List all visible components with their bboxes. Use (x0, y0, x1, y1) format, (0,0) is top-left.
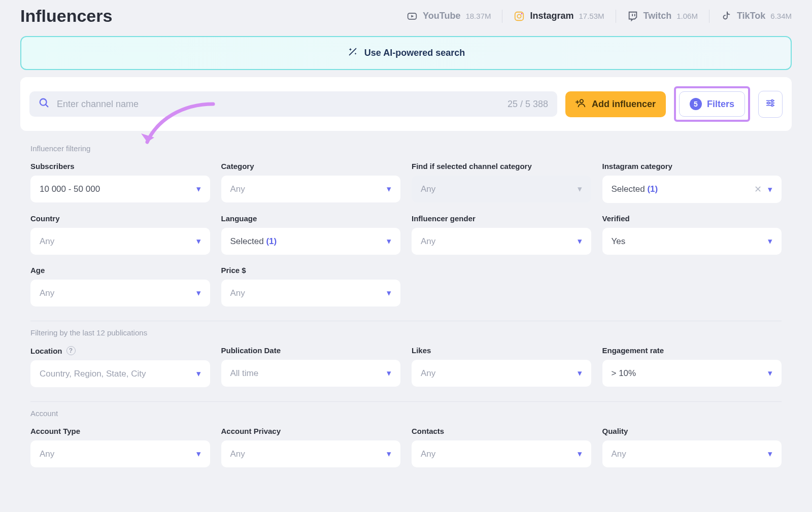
select-instagram-category[interactable]: Selected (1) ✕ ▾ (602, 176, 782, 203)
select-find-category: Any ▾ (412, 176, 591, 202)
filter-instagram-category: Instagram category Selected (1) ✕ ▾ (602, 162, 782, 203)
filter-category: Category Any ▾ (221, 162, 401, 203)
chevron-down-icon: ▾ (387, 449, 391, 459)
chevron-down-icon: ▾ (768, 184, 772, 195)
twitch-icon (627, 11, 638, 22)
svg-rect-5 (634, 14, 635, 16)
platform-count: 18.37M (465, 12, 491, 20)
field-label: Contacts (412, 427, 591, 435)
field-label: Account Type (30, 427, 210, 435)
top-bar: Influencers YouTube 18.37M Instagram 17.… (20, 0, 792, 36)
svg-point-2 (518, 14, 521, 18)
ai-search-banner[interactable]: Use AI-powered search (20, 36, 792, 70)
chevron-down-icon: ▾ (768, 449, 772, 459)
select-value: All time (230, 368, 259, 379)
platform-tab-tiktok[interactable]: TikTok 6.34M (709, 10, 792, 23)
platform-tab-twitch[interactable]: Twitch 1.06M (616, 10, 709, 23)
select-engagement[interactable]: > 10% ▾ (602, 360, 782, 387)
select-location[interactable]: Country, Region, State, City ▾ (30, 360, 210, 387)
select-verified[interactable]: Yes ▾ (602, 228, 782, 255)
svg-point-9 (768, 102, 770, 104)
select-quality[interactable]: Any ▾ (602, 440, 782, 467)
clear-icon[interactable]: ✕ (754, 184, 762, 195)
add-influencer-button[interactable]: Add influencer (565, 91, 666, 117)
select-price[interactable]: Any ▾ (221, 280, 401, 306)
platform-count: 6.34M (770, 12, 792, 20)
platform-name: YouTube (423, 11, 460, 21)
select-value: Selected (1) (230, 236, 277, 247)
select-value: Any (421, 449, 435, 459)
filters-count-badge: 5 (690, 98, 702, 110)
svg-point-8 (771, 99, 773, 101)
select-category[interactable]: Any ▾ (221, 176, 401, 202)
platform-tab-youtube[interactable]: YouTube 18.37M (395, 10, 502, 23)
filter-likes: Likes Any ▾ (412, 346, 591, 387)
ai-banner-text: Use AI-powered search (364, 48, 465, 58)
field-label: Subscribers (30, 162, 210, 170)
section-label-publications: Filtering by the last 12 publications (20, 324, 792, 346)
select-value: Selected (1) (612, 184, 658, 194)
field-label: Verified (602, 214, 782, 223)
chevron-down-icon: ▾ (387, 236, 391, 247)
filter-account-privacy: Account Privacy Any ▾ (221, 427, 401, 467)
platform-name: Instagram (530, 11, 573, 21)
chevron-down-icon: ▾ (196, 449, 201, 459)
platform-tab-instagram[interactable]: Instagram 17.53M (502, 10, 616, 23)
select-country[interactable]: Any ▾ (30, 228, 210, 255)
chevron-down-icon: ▾ (578, 368, 582, 379)
select-value: > 10% (612, 368, 636, 379)
filter-grid-publications: Location ? Country, Region, State, City … (20, 346, 792, 401)
select-value: Yes (612, 236, 626, 247)
select-gender[interactable]: Any ▾ (412, 228, 591, 255)
help-icon[interactable]: ? (66, 346, 76, 355)
svg-rect-4 (632, 14, 633, 16)
chevron-down-icon: ▾ (387, 184, 391, 194)
svg-point-3 (521, 13, 522, 14)
field-label: Location ? (30, 346, 210, 355)
instagram-icon (514, 11, 525, 22)
filter-contacts: Contacts Any ▾ (412, 427, 591, 467)
select-value: Any (230, 449, 245, 459)
filter-gender: Influencer gender Any ▾ (412, 214, 591, 255)
section-label-account: Account (20, 405, 792, 427)
sliders-icon (765, 97, 776, 111)
field-label: Engagement rate (602, 346, 782, 355)
page-title: Influencers (20, 6, 112, 26)
section-label-influencer: Influencer filtering (20, 140, 792, 162)
add-influencer-label: Add influencer (592, 99, 656, 110)
filter-age: Age Any ▾ (30, 266, 210, 306)
select-pub-date[interactable]: All time ▾ (221, 360, 401, 387)
select-age[interactable]: Any ▾ (30, 280, 210, 306)
select-account-privacy[interactable]: Any ▾ (221, 440, 401, 467)
filter-price: Price $ Any ▾ (221, 266, 401, 306)
filter-location: Location ? Country, Region, State, City … (30, 346, 210, 387)
filter-pub-date: Publication Date All time ▾ (221, 346, 401, 387)
select-value: Any (40, 449, 54, 459)
filter-engagement: Engagement rate > 10% ▾ (602, 346, 782, 387)
field-label: Category (221, 162, 401, 170)
filter-language: Language Selected (1) ▾ (221, 214, 401, 255)
add-person-icon (576, 97, 587, 111)
platform-name: Twitch (644, 11, 672, 21)
select-value: Any (612, 449, 626, 459)
sparkle-icon (347, 46, 358, 60)
select-subscribers[interactable]: 10 000 - 50 000 ▾ (30, 176, 210, 202)
select-likes[interactable]: Any ▾ (412, 360, 591, 387)
filters-button[interactable]: 5 Filters (679, 91, 745, 117)
select-value: Any (421, 368, 435, 379)
select-account-type[interactable]: Any ▾ (30, 440, 210, 467)
search-input[interactable] (57, 99, 500, 110)
chevron-down-icon: ▾ (196, 288, 201, 298)
divider (30, 401, 782, 402)
chevron-down-icon: ▾ (387, 288, 391, 298)
chevron-down-icon: ▾ (387, 368, 391, 379)
search-input-wrap[interactable]: 25 / 5 388 (29, 91, 557, 117)
select-contacts[interactable]: Any ▾ (412, 440, 591, 467)
select-language[interactable]: Selected (1) ▾ (221, 228, 401, 255)
settings-button[interactable] (758, 91, 783, 118)
chevron-down-icon: ▾ (196, 184, 201, 194)
field-label: Quality (602, 427, 782, 435)
filter-find-category: Find if selected channel category Any ▾ (412, 162, 591, 203)
field-label: Account Privacy (221, 427, 401, 435)
filter-country: Country Any ▾ (30, 214, 210, 255)
